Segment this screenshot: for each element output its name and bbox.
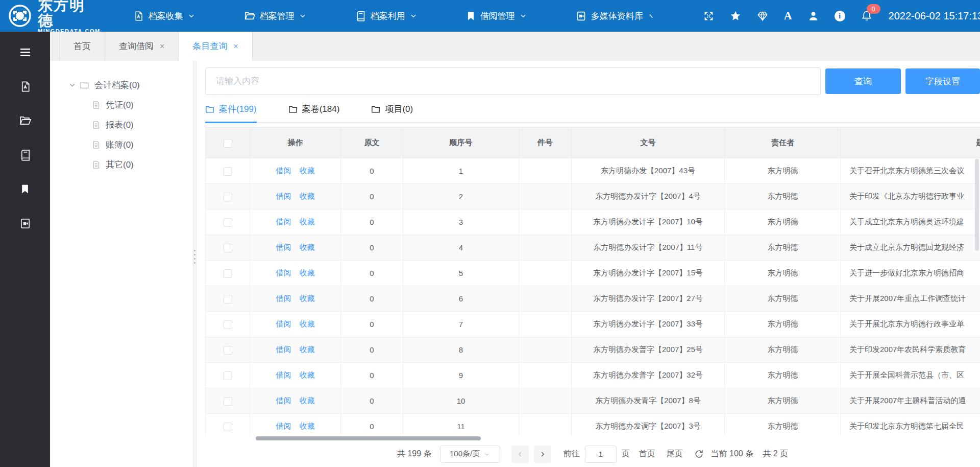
notification-bell-icon[interactable]: 0	[861, 10, 872, 21]
favorite-link[interactable]: 收藏	[300, 268, 315, 277]
row-checkbox[interactable]	[224, 167, 232, 176]
result-tab-cases[interactable]: 案件(199)	[205, 103, 257, 122]
row-checkbox[interactable]	[224, 218, 232, 227]
select-all-checkbox[interactable]	[224, 139, 232, 148]
tree-node-report[interactable]: 报表(0)	[68, 115, 193, 135]
folder-open-icon	[244, 10, 255, 21]
cell-title: 关于印发2007年农民科学素质教育	[841, 337, 980, 363]
rail-book-icon[interactable]	[19, 149, 31, 161]
favorite-link[interactable]: 收藏	[300, 166, 315, 175]
cell-sequence: 2	[403, 184, 519, 209]
chevron-down-icon	[299, 12, 306, 19]
chevron-down-icon	[188, 12, 195, 19]
goto-page-input[interactable]	[585, 446, 617, 463]
favorite-link[interactable]: 收藏	[300, 396, 315, 405]
favorite-link[interactable]: 收藏	[300, 294, 315, 302]
borrow-link[interactable]: 借阅	[276, 166, 291, 175]
nav-item-archive-manage[interactable]: 档案管理	[244, 10, 306, 22]
query-button[interactable]: 查询	[825, 68, 901, 94]
cell-original: 0	[341, 312, 403, 337]
nav-item-borrow-manage[interactable]: 借阅管理	[466, 10, 527, 22]
borrow-link[interactable]: 借阅	[276, 268, 291, 277]
row-checkbox[interactable]	[224, 423, 232, 431]
row-checkbox[interactable]	[224, 371, 232, 380]
tree-node-root[interactable]: 会计档案(0)	[68, 75, 193, 95]
table-row: 借阅收藏 0 10 东方明德办发青字【2007】8号 东方明德 关于开展2007…	[206, 388, 980, 414]
user-icon[interactable]	[808, 11, 819, 21]
favorite-link[interactable]: 收藏	[300, 345, 315, 354]
font-size-icon[interactable]: A	[784, 9, 792, 22]
nav-item-media-library[interactable]: 多媒体资料库	[576, 10, 654, 22]
cell-responsible: 东方明德	[725, 337, 841, 363]
star-icon[interactable]	[730, 10, 741, 21]
cell-item-no	[519, 337, 572, 363]
horizontal-scrollbar-thumb[interactable]	[256, 436, 481, 440]
menu-hamburger-icon[interactable]	[19, 46, 32, 58]
row-checkbox[interactable]	[224, 269, 232, 278]
favorite-link[interactable]: 收藏	[300, 217, 315, 226]
tree-node-other[interactable]: 其它(0)	[68, 155, 193, 175]
borrow-link[interactable]: 借阅	[276, 345, 291, 354]
borrow-link[interactable]: 借阅	[276, 319, 291, 328]
next-page-button[interactable]	[534, 446, 551, 463]
favorite-link[interactable]: 收藏	[300, 370, 315, 379]
tab-close-icon[interactable]: ×	[233, 42, 238, 51]
row-checkbox[interactable]	[224, 346, 232, 355]
search-input[interactable]	[205, 67, 821, 95]
rail-folder-open-icon[interactable]	[19, 114, 31, 127]
nav-item-archive-use[interactable]: 档案利用	[355, 10, 417, 22]
row-checkbox[interactable]	[224, 397, 232, 406]
nav-item-label: 多媒体资料库	[591, 10, 643, 22]
row-checkbox[interactable]	[224, 244, 232, 252]
pdf-file-icon	[133, 11, 144, 21]
gem-icon[interactable]	[757, 10, 768, 21]
refresh-icon[interactable]	[694, 449, 704, 459]
rail-bookmark-icon[interactable]	[20, 183, 30, 195]
rail-pdf-file-icon[interactable]	[19, 80, 31, 92]
borrow-link[interactable]: 借阅	[276, 396, 291, 405]
tree-node-voucher[interactable]: 凭证(0)	[68, 95, 193, 115]
borrow-link[interactable]: 借阅	[276, 243, 291, 251]
cell-title: 关于成立北京东方明德奥运环境建	[841, 209, 980, 235]
panel-splitter[interactable]	[193, 61, 197, 467]
rail-media-file-icon[interactable]	[19, 217, 31, 229]
first-page-link[interactable]: 首页	[639, 449, 655, 459]
cell-sequence: 11	[403, 414, 519, 436]
borrow-link[interactable]: 借阅	[276, 370, 291, 379]
favorite-link[interactable]: 收藏	[300, 192, 315, 200]
favorite-link[interactable]: 收藏	[300, 319, 315, 328]
search-row: 查询 字段设置	[205, 67, 980, 95]
nav-item-archive-collect[interactable]: 档案收集	[133, 10, 195, 22]
tab-entry-query[interactable]: 条目查询 ×	[179, 32, 252, 61]
tab-close-icon[interactable]: ×	[160, 42, 164, 51]
vertical-scrollbar-thumb[interactable]	[975, 159, 979, 251]
folder-icon	[80, 80, 89, 90]
cell-title: 关于开展北京东方明德行政事业单	[841, 312, 980, 337]
result-tab-folders[interactable]: 案卷(184)	[288, 103, 340, 122]
last-page-link[interactable]: 尾页	[667, 449, 683, 459]
result-tab-projects[interactable]: 项目(0)	[371, 103, 413, 122]
info-icon[interactable]: i	[835, 11, 845, 21]
row-checkbox[interactable]	[224, 193, 232, 201]
page-size-select[interactable]: 100条/页	[440, 446, 500, 463]
fullscreen-icon[interactable]	[703, 11, 714, 21]
tree-node-ledger[interactable]: 账簿(0)	[68, 135, 193, 155]
tab-query-borrow[interactable]: 查询借阅 ×	[105, 32, 179, 61]
favorite-link[interactable]: 收藏	[300, 243, 315, 251]
cell-item-no	[519, 158, 572, 184]
row-checkbox[interactable]	[224, 320, 232, 329]
borrow-link[interactable]: 借阅	[276, 217, 291, 226]
borrow-link[interactable]: 借阅	[276, 192, 291, 200]
cell-item-no	[519, 261, 572, 286]
logo-title: 东方明德	[38, 0, 101, 28]
tree-expand-icon[interactable]	[68, 81, 76, 89]
tab-home[interactable]: 首页	[59, 32, 105, 61]
field-settings-button[interactable]: 字段设置	[905, 68, 980, 94]
borrow-link[interactable]: 借阅	[276, 422, 291, 430]
favorite-link[interactable]: 收藏	[300, 422, 315, 430]
prev-page-button[interactable]	[511, 446, 529, 463]
borrow-link[interactable]: 借阅	[276, 294, 291, 302]
app-window: 东方明德 MINGDEDATA.COM 档案收集 档案管理 档案利用	[0, 0, 980, 467]
cell-sequence: 9	[403, 363, 519, 388]
row-checkbox[interactable]	[224, 295, 232, 303]
